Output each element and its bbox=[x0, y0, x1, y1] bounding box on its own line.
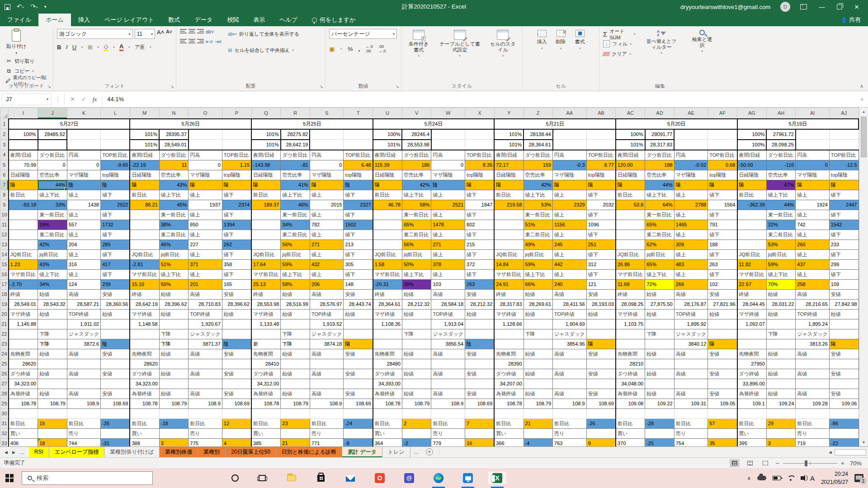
cell[interactable]: TOP前日比 bbox=[101, 150, 130, 160]
cell[interactable]: 28,584.18 bbox=[431, 299, 465, 309]
cell[interactable] bbox=[708, 319, 737, 329]
cell[interactable]: 前日比 bbox=[494, 418, 524, 428]
cell[interactable]: 値上下比 bbox=[281, 269, 310, 279]
cell[interactable] bbox=[159, 408, 189, 418]
sheet-tab[interactable]: 業種別 bbox=[198, 447, 226, 457]
cell[interactable]: 高値 bbox=[796, 369, 830, 379]
cell[interactable]: 為替終値 bbox=[737, 389, 767, 399]
cell[interactable]: 11.68 bbox=[616, 279, 645, 289]
date-header-cell[interactable]: 5月24日 bbox=[373, 119, 495, 129]
row-header-13[interactable]: 13 bbox=[0, 239, 9, 249]
cell[interactable]: 安値 bbox=[586, 389, 616, 399]
select-all-corner[interactable] bbox=[0, 108, 9, 119]
cell[interactable]: ダウ前日比 bbox=[281, 150, 310, 160]
cell[interactable] bbox=[829, 329, 859, 339]
cell[interactable]: 先物夜間 bbox=[251, 349, 281, 359]
cell[interactable] bbox=[38, 140, 67, 150]
cell[interactable] bbox=[645, 339, 675, 349]
page-layout-view-button[interactable] bbox=[745, 459, 755, 467]
cell[interactable]: 始値 bbox=[222, 309, 251, 319]
cell[interactable]: -0.02 bbox=[674, 160, 708, 170]
row-header-20[interactable]: 20 bbox=[0, 309, 9, 319]
cell[interactable]: ダウ前日比 bbox=[766, 150, 796, 160]
cell[interactable] bbox=[796, 379, 830, 389]
cell[interactable]: 前日比 bbox=[9, 190, 38, 200]
cell[interactable] bbox=[494, 408, 524, 418]
date-header-cell[interactable]: 5月21日 bbox=[494, 119, 616, 129]
cell[interactable]: ダウ終値 bbox=[373, 369, 402, 379]
cell[interactable]: 高値 bbox=[553, 389, 587, 399]
cell[interactable]: 前日比 bbox=[674, 418, 708, 428]
column-header-M[interactable]: M bbox=[130, 108, 159, 119]
cell[interactable]: 109.08 bbox=[616, 399, 645, 408]
column-header-Q[interactable]: Q bbox=[251, 108, 281, 119]
cell[interactable]: top陽陰 bbox=[222, 170, 251, 180]
cell[interactable]: 53% bbox=[524, 200, 553, 210]
cell[interactable]: 高値 bbox=[310, 289, 344, 299]
cell[interactable]: 34,207.00 bbox=[494, 379, 524, 389]
cell[interactable]: 1096 bbox=[586, 220, 616, 230]
cell[interactable]: 前日比 bbox=[130, 418, 159, 428]
cell[interactable]: 159 bbox=[524, 160, 553, 170]
cell[interactable]: 日経陽陰 bbox=[251, 170, 281, 180]
cell[interactable]: ジャスダック bbox=[310, 329, 344, 339]
cell[interactable]: 東二前日比 bbox=[524, 230, 553, 239]
cell[interactable]: 8.77 bbox=[586, 160, 616, 170]
cell[interactable]: 372 bbox=[465, 259, 495, 269]
tab-overflow-right[interactable]: ... bbox=[410, 447, 422, 457]
cell[interactable]: 51% bbox=[524, 220, 553, 230]
cell[interactable] bbox=[130, 210, 159, 220]
cell[interactable]: 42% bbox=[524, 180, 553, 190]
cell[interactable]: 120.00 bbox=[616, 160, 645, 170]
save-icon[interactable] bbox=[5, 4, 10, 10]
cell[interactable]: -35 bbox=[101, 418, 130, 428]
cell[interactable]: 値上下比 bbox=[159, 269, 189, 279]
cell[interactable]: 始値 bbox=[645, 369, 675, 379]
cell[interactable]: 東一前日比 bbox=[645, 210, 675, 220]
cell[interactable]: 始値 bbox=[38, 309, 67, 319]
cell[interactable]: 239 bbox=[101, 279, 130, 289]
cell[interactable]: 395 bbox=[737, 438, 767, 446]
name-box[interactable]: J7▾ bbox=[2, 94, 52, 105]
cell[interactable] bbox=[553, 129, 587, 140]
cell[interactable] bbox=[251, 239, 281, 249]
cell[interactable]: 前日比 bbox=[373, 190, 402, 200]
cell[interactable]: 34% bbox=[281, 220, 310, 230]
cell[interactable]: 安値 bbox=[222, 369, 251, 379]
row-header-23[interactable]: 23 bbox=[0, 339, 9, 349]
cell[interactable]: 28620 bbox=[130, 359, 159, 369]
row-header-28[interactable]: 28 bbox=[0, 389, 9, 399]
start-button[interactable] bbox=[5, 474, 14, 482]
cell[interactable] bbox=[189, 359, 222, 369]
decrease-decimal-icon[interactable]: .00→.0 bbox=[378, 44, 386, 53]
cell[interactable]: -86 bbox=[829, 418, 859, 428]
cell[interactable]: 値下 bbox=[708, 190, 737, 200]
hscroll-thumb[interactable] bbox=[835, 449, 866, 455]
font-color-button[interactable]: A bbox=[119, 43, 123, 51]
cell[interactable]: 108.69 bbox=[586, 399, 616, 408]
cell[interactable]: 安値 bbox=[829, 369, 859, 379]
column-header-N[interactable]: N bbox=[159, 108, 189, 119]
cell[interactable]: -28 bbox=[645, 418, 675, 428]
cell[interactable] bbox=[310, 359, 344, 369]
cell[interactable]: 34,323.00 bbox=[130, 379, 159, 389]
zoom-thumb[interactable] bbox=[805, 460, 807, 466]
ribbon-tab-item[interactable]: 数式 bbox=[161, 14, 188, 26]
cell[interactable]: 27,842.98 bbox=[829, 299, 859, 309]
menu-app-icon[interactable]: @ bbox=[400, 472, 418, 484]
cell[interactable]: 28210 bbox=[616, 359, 645, 369]
cell[interactable]: 始値 bbox=[281, 289, 310, 299]
file-explorer-icon[interactable] bbox=[283, 472, 301, 484]
align-right-icon[interactable] bbox=[197, 39, 204, 44]
cell[interactable] bbox=[9, 230, 38, 239]
cell[interactable]: 1,920.67 bbox=[189, 319, 222, 329]
cell[interactable]: 557 bbox=[67, 220, 101, 230]
scrollbar-thumb[interactable] bbox=[861, 117, 867, 157]
row-header-11[interactable]: 11 bbox=[0, 220, 9, 230]
undo-icon[interactable]: ↶˅ bbox=[17, 0, 24, 14]
cell[interactable]: 28,216.65 bbox=[796, 299, 830, 309]
cell[interactable]: 始値 bbox=[281, 389, 310, 399]
cell[interactable]: 買い bbox=[616, 428, 645, 438]
paste-button[interactable]: 貼り付け ▾ bbox=[4, 29, 29, 56]
cell[interactable] bbox=[159, 319, 189, 329]
